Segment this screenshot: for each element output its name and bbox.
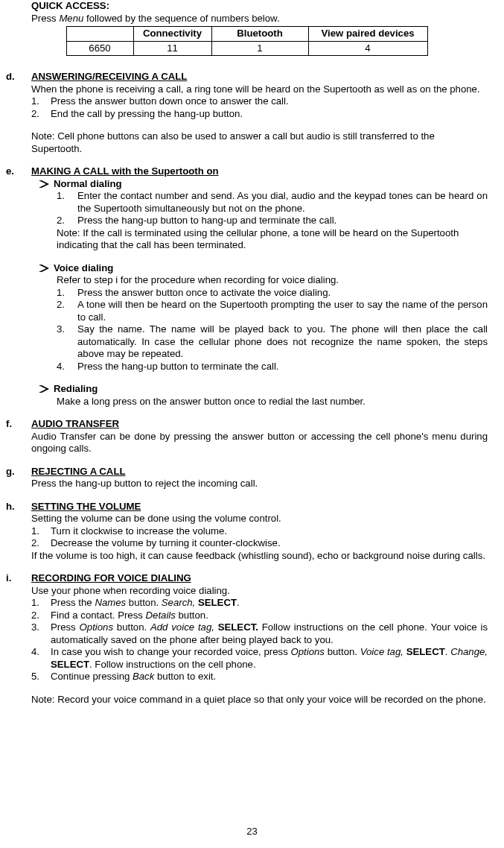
section-letter: d. [6,71,31,83]
qa-cell-1: 11 [133,41,211,56]
e-voice-intro: Refer to step i for the procedure when r… [6,274,488,287]
t: . Follow instructions on the cell phone. [89,659,256,670]
list-text: Turn it clockwise to increase the volume… [51,525,488,538]
quick-access-instruction: Press Menu followed by the sequence of n… [6,13,488,25]
list-item: 2. End the call by pressing the hang-up … [6,108,488,121]
list-num: 5. [31,671,51,683]
qa-cell-0: 6650 [66,41,133,56]
section-heading: RECORDING FOR VOICE DIALING [31,572,488,585]
list-item: 2. A tone will then be heard on the Supe… [6,299,488,323]
qa-instruction-post: followed by the sequence of numbers belo… [83,13,279,24]
list-num: 1. [31,525,51,538]
list-num: 4. [31,646,51,659]
list-text: Press the answer button once to activate… [77,287,488,300]
list-text: End the call by pressing the hang-up but… [51,108,488,121]
t: button. [126,597,162,608]
section-h: h. SETTING THE VOLUME Setting the volume… [6,501,488,563]
t: SELECT. [218,621,258,633]
list-item: 4. Press the hang-up button to terminate… [6,361,488,373]
i-p1: Use your phone when recording voice dial… [6,585,488,598]
list-num: 2. [57,215,77,227]
t: . [445,646,450,657]
list-item: 5. Continue pressing Back button to exit… [6,671,488,683]
t: Options [80,621,113,633]
bullet-icon [39,180,49,188]
g-body: Press the hang-up button to reject the i… [6,478,488,490]
t: Details [146,610,176,621]
list-num: 4. [57,361,77,373]
qa-header-3: View paired devices [308,27,427,42]
page-number: 23 [0,826,504,838]
bullet-icon [39,265,49,272]
table-row: Connectivity Bluetooth View paired devic… [66,27,427,42]
list-item: 1. Press the Names button. Search, SELEC… [6,597,488,610]
list-num: 1. [31,597,51,610]
section-heading: ANSWERING/RECEIVING A CALL [31,71,488,83]
qa-header-2: Bluetooth [211,27,308,42]
svg-marker-2 [39,385,49,393]
list-num: 1. [57,190,77,203]
list-text: Decrease the volume by turning it counte… [51,537,488,550]
list-num: 3. [57,323,77,336]
qa-cell-3: 4 [308,41,427,56]
list-num: 3. [31,621,51,634]
bullet-item-normal: Normal dialing [6,178,488,191]
list-num: 2. [57,299,77,311]
e-redial-body: Make a long press on the answer button o… [6,396,488,408]
t: Names [95,597,126,608]
t: In case you wish to change your recorded… [51,646,290,657]
qa-instruction-menu: Menu [59,13,83,24]
d-p1: When the phone is receiving a call, a ri… [6,83,488,96]
section-letter: f. [6,418,31,431]
list-text: Enter the contact number and send. As yo… [77,190,488,215]
svg-marker-0 [39,180,49,188]
list-item: 2. Find a contact. Press Details button. [6,610,488,622]
list-text: Press the hang-up button to hang-up and … [77,215,488,227]
section-letter: g. [6,466,31,478]
t: Find a contact. Press [51,610,146,621]
list-item: 3. Press Options button. Add voice tag, … [6,621,488,646]
qa-cell-2: 1 [211,41,308,56]
section-letter: e. [6,165,31,178]
list-text: Find a contact. Press Details button. [51,610,488,622]
h-p2: If the volume is too high, it can cause … [6,550,488,563]
t: Back [133,671,154,682]
i-note: Note: Record your voice command in a qui… [6,694,488,706]
t: Change, [450,646,488,657]
list-text: Press the Names button. Search, SELECT. [51,597,488,610]
list-num: 1. [57,287,77,300]
e-normal-title: Normal dialing [54,178,488,191]
bullet-icon [39,385,49,393]
list-text: Press the hang-up button to terminate th… [77,361,488,373]
quick-access-table: Connectivity Bluetooth View paired devic… [66,26,428,56]
e-voice-title: Voice dialing [54,262,488,275]
bullet-item-redial: Redialing [6,383,488,396]
list-text: Say the name. The name will be played ba… [77,323,488,361]
section-letter: i. [6,572,31,585]
t: Options [290,646,324,657]
list-text: Press the answer button down once to ans… [51,95,488,108]
section-d: d. ANSWERING/RECEIVING A CALL When the p… [6,71,488,155]
list-text: Press Options button. Add voice tag, SEL… [51,621,488,646]
t: button. [113,621,150,633]
list-text: A tone will then be heard on the Superto… [77,299,488,323]
section-heading: MAKING A CALL with the Supertooth on [31,165,488,178]
qa-header-0 [66,27,133,42]
quick-access-title: QUICK ACCESS: [6,0,488,13]
qa-header-1: Connectivity [133,27,211,42]
f-body: Audio Transfer can be done by pressing t… [6,431,488,455]
section-g: g. REJECTING A CALL Press the hang-up bu… [6,466,488,490]
t: Press the [51,597,95,608]
list-item: 3. Say the name. The name will be played… [6,323,488,361]
list-num: 2. [31,610,51,622]
t: button. [325,646,360,657]
t: . [237,597,240,608]
section-e: e. MAKING A CALL with the Supertooth on … [6,165,488,408]
svg-marker-1 [39,265,49,272]
list-text: In case you wish to change your recorded… [51,646,488,671]
list-item: 1. Enter the contact number and send. As… [6,190,488,215]
table-row: 6650 11 1 4 [66,41,427,56]
t: Search, [162,597,195,608]
t: Add voice tag, [150,621,214,633]
list-text: Continue pressing Back button to exit. [51,671,488,683]
